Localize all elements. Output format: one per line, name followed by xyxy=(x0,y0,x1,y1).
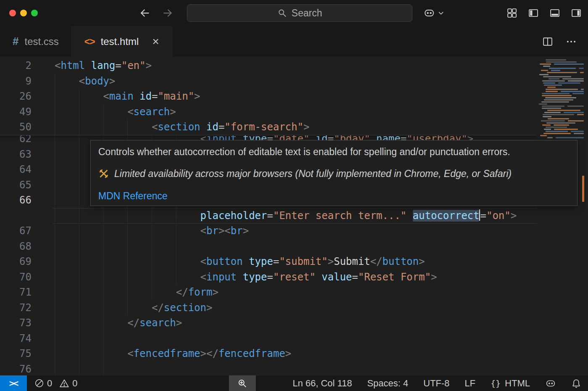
status-problems[interactable]: 0 0 xyxy=(34,378,82,389)
minimap-line xyxy=(556,137,584,138)
minimap-line xyxy=(546,131,568,132)
minimap-line xyxy=(571,131,584,132)
remote-indicator[interactable]: >< xyxy=(0,375,27,391)
toggle-secondary-sidebar-icon[interactable] xyxy=(570,7,582,19)
code-text[interactable]: </section> xyxy=(55,300,213,316)
minimap-line xyxy=(547,87,556,88)
code-line[interactable]: 72 </section> xyxy=(0,300,537,316)
window-controls xyxy=(9,10,38,16)
code-line[interactable]: 9 <body> xyxy=(0,74,537,89)
overview-ruler-marker xyxy=(582,176,584,202)
line-number: 74 xyxy=(0,331,32,346)
minimize-window-button[interactable] xyxy=(20,10,27,16)
code-line[interactable]: 76 xyxy=(0,362,537,376)
code-text[interactable] xyxy=(55,239,200,254)
minimap-line xyxy=(546,89,578,90)
minimap-line xyxy=(543,133,571,134)
sticky-scroll[interactable]: 2<html lang="en">9 <body>26 <main id="ma… xyxy=(0,57,537,135)
code-text[interactable]: <section id="form-search"> xyxy=(55,119,310,135)
code-text[interactable]: <button type="submit">Submit</button> xyxy=(55,254,425,269)
zoom-window-button[interactable] xyxy=(31,10,38,16)
code-line[interactable]: 74 xyxy=(0,331,537,346)
code-text[interactable]: placeholder="Enter search term..." autoc… xyxy=(55,208,517,224)
chevron-down-icon xyxy=(436,8,446,18)
copilot-status-icon[interactable] xyxy=(545,378,556,389)
toggle-primary-sidebar-icon[interactable] xyxy=(528,7,539,19)
minimap-line xyxy=(540,135,547,136)
line-number: 26 xyxy=(0,89,32,104)
tab-label: test.css xyxy=(24,36,58,48)
forward-arrow-icon[interactable] xyxy=(161,7,174,19)
minimap-line xyxy=(543,116,552,117)
code-text[interactable] xyxy=(55,331,127,346)
minimap-line xyxy=(546,91,557,92)
minimap-line xyxy=(542,106,564,107)
code-text[interactable]: <fencedframe></fencedframe> xyxy=(55,346,291,362)
minimap-line xyxy=(574,133,584,134)
close-window-button[interactable] xyxy=(9,10,16,16)
minimap-line xyxy=(541,101,569,103)
split-editor-icon[interactable] xyxy=(542,36,554,48)
code-text[interactable]: </form> xyxy=(55,285,218,300)
status-eol[interactable]: LF xyxy=(465,378,475,389)
code-text[interactable]: <br><br> xyxy=(55,223,249,239)
code-text[interactable]: <main id="main"> xyxy=(55,89,200,104)
minimap-line xyxy=(577,114,584,115)
line-number: 9 xyxy=(0,74,32,89)
code-line[interactable]: 2<html lang="en"> xyxy=(0,58,537,74)
back-arrow-icon[interactable] xyxy=(139,7,151,19)
bell-icon[interactable] xyxy=(571,378,581,388)
more-actions-icon[interactable] xyxy=(565,36,577,48)
mdn-reference-link[interactable]: MDN Reference xyxy=(98,190,168,202)
tab-test-html[interactable]: <> test.html × xyxy=(72,26,172,57)
code-text[interactable]: </search> xyxy=(55,315,182,331)
code-line[interactable]: 70 <input type="reset" value="Reset Form… xyxy=(0,269,537,285)
code-text[interactable] xyxy=(55,362,127,376)
line-number: 64 xyxy=(0,162,32,177)
code-line[interactable]: 71 </form> xyxy=(0,285,537,300)
close-icon[interactable]: × xyxy=(152,36,159,48)
minimap-line xyxy=(568,80,584,82)
status-language[interactable]: {} HTML xyxy=(491,378,530,389)
code-line[interactable]: 49 <search> xyxy=(0,104,537,120)
status-line-col[interactable]: Ln 66, Col 118 xyxy=(293,378,352,389)
tooltip-availability: Limited availability across major browse… xyxy=(98,167,570,180)
code-line[interactable]: 69 <button type="submit">Submit</button> xyxy=(0,254,537,269)
minimap-line xyxy=(551,70,560,71)
minimap-line xyxy=(561,91,584,92)
minimap-line xyxy=(581,89,584,90)
minimap-line xyxy=(554,124,569,126)
customize-layout-icon[interactable] xyxy=(506,7,518,19)
title-bar: Search xyxy=(0,0,588,26)
line-number: 71 xyxy=(0,285,32,300)
code-text[interactable]: <search> xyxy=(55,104,176,120)
code-text[interactable]: <input type="reset" value="Reset Form"> xyxy=(55,269,437,285)
minimap[interactable] xyxy=(537,57,588,375)
minimap-line xyxy=(554,63,584,65)
code-line[interactable]: 26 <main id="main"> xyxy=(0,89,537,104)
code-text[interactable]: <html lang="en"> xyxy=(55,58,152,74)
minimap-line xyxy=(562,78,584,79)
tooltip-availability-text: Limited availability across major browse… xyxy=(114,167,512,180)
code-line[interactable]: 67 <br><br> xyxy=(0,223,537,239)
code-line[interactable]: placeholder="Enter search term..." autoc… xyxy=(0,208,537,224)
minimap-line xyxy=(545,97,576,98)
language-label: HTML xyxy=(505,378,530,389)
command-center-search[interactable]: Search xyxy=(187,4,412,22)
code-line[interactable]: 75 <fencedframe></fencedframe> xyxy=(0,346,537,362)
line-number: 67 xyxy=(0,223,32,239)
zoom-indicator[interactable] xyxy=(229,375,256,391)
minimap-line xyxy=(546,122,576,124)
status-encoding[interactable]: UTF-8 xyxy=(423,378,449,389)
minimap-line xyxy=(580,72,584,73)
code-line[interactable]: 50 <section id="form-search"> xyxy=(0,119,537,135)
line-number: 76 xyxy=(0,362,32,376)
toggle-panel-icon[interactable] xyxy=(549,7,561,19)
code-text[interactable]: <body> xyxy=(55,74,116,89)
code-line[interactable]: 68 xyxy=(0,239,537,254)
code-line[interactable]: 73 </search> xyxy=(0,315,537,331)
tab-test-css[interactable]: # test.css xyxy=(0,26,72,57)
copilot-menu[interactable] xyxy=(423,0,446,26)
minimap-line xyxy=(544,99,573,100)
status-indentation[interactable]: Spaces: 4 xyxy=(367,378,408,389)
